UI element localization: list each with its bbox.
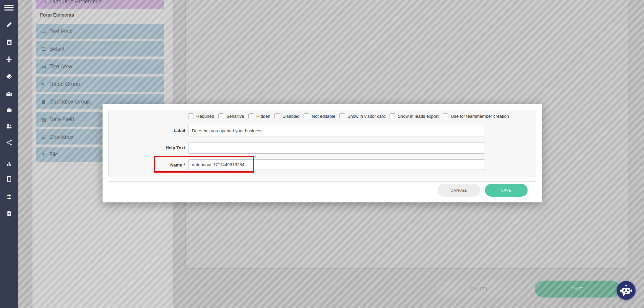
divider — [628, 0, 628, 308]
bar-chart-icon[interactable] — [0, 160, 18, 168]
flag-label: Show in leads export — [398, 114, 439, 119]
file-upload-icon: ↥ — [41, 152, 49, 158]
flag-checkbox-row: Required Sensitive Hidden Disabled Not e… — [188, 113, 509, 119]
group-icon[interactable] — [0, 90, 18, 97]
flag-show-in-visitor-card: Show in visitor card — [339, 113, 386, 119]
briefcase-icon[interactable] — [0, 106, 18, 113]
form-element-label: Language Preference — [49, 0, 102, 5]
flag-hidden: Hidden — [248, 113, 270, 119]
flag-label: Hidden — [257, 114, 270, 119]
modal-cancel-button[interactable]: CANCEL — [438, 184, 480, 197]
flag-sensitive: Sensitive — [218, 113, 244, 119]
select-icon: ☰ — [41, 46, 49, 52]
required-checkbox[interactable] — [188, 113, 194, 119]
form-element-label: Select — [49, 46, 64, 52]
date-field-icon: ▦ — [41, 116, 49, 123]
form-element-label: Date Field — [49, 116, 74, 123]
chatbot-widget[interactable] — [617, 281, 636, 300]
form-element-label: Radio Group — [49, 81, 80, 87]
modal-save-button[interactable]: SAVE — [485, 184, 528, 197]
checkbox-group-icon: ≣ — [41, 99, 49, 105]
divider — [108, 181, 536, 182]
form-list-icon[interactable] — [0, 39, 18, 46]
flag-required: Required — [188, 113, 214, 119]
tags-icon[interactable] — [0, 73, 18, 80]
checkbox-icon: ☑ — [41, 134, 49, 140]
flag-label: Required — [196, 114, 214, 119]
form-element-label: Checkbox Group — [49, 99, 90, 105]
flag-label: Use for teammember creation — [451, 114, 509, 119]
form-elements-header: Form Elements — [40, 12, 74, 18]
use-for-teammember-creation-checkbox[interactable] — [443, 113, 448, 119]
flag-use-for-teammember-creation: Use for teammember creation — [443, 113, 509, 119]
menu-icon[interactable] — [4, 5, 14, 12]
radio-group-icon: ≡ — [41, 81, 49, 87]
not-editable-checkbox[interactable] — [304, 113, 309, 119]
form-cancel-button[interactable]: CANCEL — [436, 281, 523, 298]
form-element-radio-group[interactable]: ≡ Radio Group — [36, 76, 164, 92]
pencil-icon[interactable] — [0, 21, 18, 28]
form-element-language-preference[interactable]: ▭ Language Preference — [36, 0, 164, 9]
label-input[interactable] — [188, 125, 485, 136]
people-icon[interactable] — [0, 123, 18, 130]
field-settings-modal: Required Sensitive Hidden Disabled Not e… — [103, 104, 542, 202]
show-in-visitor-card-checkbox[interactable] — [339, 113, 345, 119]
mobile-icon[interactable] — [0, 175, 18, 183]
flag-label: Show in visitor card — [348, 114, 386, 119]
form-element-label: Checkbox — [49, 134, 73, 140]
flag-label: Disabled — [283, 114, 300, 119]
sidebar — [0, 0, 18, 308]
red-highlight-rectangle — [154, 156, 254, 173]
form-element-label: File — [49, 152, 58, 158]
label-field-label: Label — [138, 128, 185, 133]
text-field-icon: ▭ — [41, 0, 49, 5]
flag-disabled: Disabled — [274, 113, 300, 119]
flag-not-editable: Not editable — [304, 113, 335, 119]
airplane-icon[interactable] — [0, 56, 18, 63]
text-area-icon: ▤ — [41, 64, 49, 70]
help-text-input[interactable] — [188, 142, 485, 154]
flag-label: Not editable — [312, 114, 335, 119]
text-field-icon: ▭ — [41, 28, 49, 35]
disabled-checkbox[interactable] — [274, 113, 280, 119]
form-save-button[interactable]: SAVE — [535, 281, 620, 298]
form-element-label: Text Field — [49, 28, 72, 35]
share-icon[interactable] — [0, 139, 18, 146]
booth-icon[interactable] — [0, 193, 18, 200]
form-element-select[interactable]: ☰ Select — [36, 41, 164, 57]
flag-label: Sensitive — [226, 114, 244, 119]
help-text-field-label: Help Text — [138, 145, 185, 150]
form-element-label: Text Area — [49, 64, 72, 70]
form-element-text-area[interactable]: ▤ Text Area — [36, 59, 164, 74]
file-export-icon[interactable] — [0, 210, 18, 217]
flag-show-in-leads-export: Show in leads export — [390, 113, 439, 119]
robot-icon — [617, 281, 636, 300]
hidden-checkbox[interactable] — [248, 113, 254, 119]
form-element-text-field[interactable]: ▭ Text Field — [36, 24, 164, 39]
sensitive-checkbox[interactable] — [218, 113, 224, 119]
show-in-leads-export-checkbox[interactable] — [390, 113, 395, 119]
